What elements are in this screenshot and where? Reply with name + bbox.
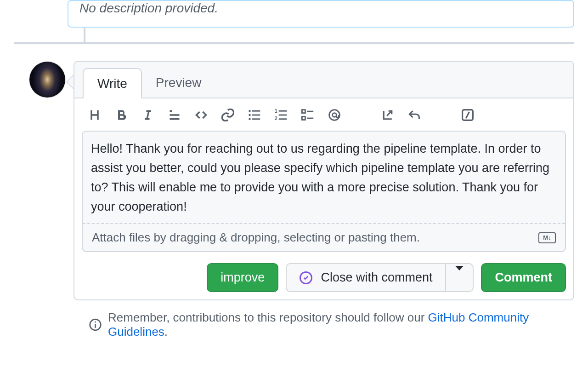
chevron-down-icon (455, 266, 464, 284)
timeline-connector (84, 28, 85, 42)
attach-hint: Attach files by dragging & dropping, sel… (92, 230, 420, 245)
svg-point-2 (249, 118, 251, 120)
comment-button[interactable]: Comment (481, 263, 566, 292)
svg-rect-5 (252, 118, 260, 120)
svg-point-0 (249, 110, 251, 112)
info-icon (89, 318, 102, 331)
svg-rect-12 (302, 117, 305, 120)
markdown-icon[interactable]: M↓ (538, 232, 556, 243)
svg-point-1 (249, 114, 251, 116)
cross-reference-icon[interactable] (381, 109, 394, 121)
quote-icon[interactable] (168, 109, 181, 121)
ordered-list-icon[interactable]: 12 (275, 109, 288, 121)
bold-icon[interactable] (115, 109, 128, 121)
footer-prefix: Remember, contributions to this reposito… (108, 310, 428, 324)
code-icon[interactable] (195, 109, 208, 121)
avatar[interactable] (29, 62, 65, 98)
unordered-list-icon[interactable] (248, 109, 261, 121)
svg-rect-8 (279, 110, 287, 112)
close-button-label: Close with comment (321, 270, 432, 285)
contribution-footer: Remember, contributions to this reposito… (89, 310, 574, 339)
heading-icon[interactable] (88, 109, 101, 121)
close-dropdown-button[interactable] (445, 263, 474, 292)
comment-box-caret (66, 75, 74, 89)
reply-icon[interactable] (408, 109, 421, 121)
svg-point-21 (95, 322, 96, 323)
close-button-group: Close with comment (286, 263, 474, 292)
editor-tabs: Write Preview (74, 62, 573, 98)
no-description-text: No description provided. (79, 1, 562, 16)
textarea-container: Attach files by dragging & dropping, sel… (82, 131, 566, 252)
improve-button[interactable]: improve (207, 263, 278, 292)
slash-commands-icon[interactable] (461, 109, 474, 121)
task-list-icon[interactable] (301, 109, 314, 121)
issue-closed-icon (300, 271, 312, 284)
tab-preview[interactable]: Preview (142, 68, 215, 98)
svg-rect-4 (252, 115, 260, 116)
link-icon[interactable] (221, 109, 234, 121)
timeline-divider (14, 42, 574, 44)
svg-point-15 (329, 110, 340, 121)
svg-text:2: 2 (275, 115, 277, 121)
svg-rect-9 (279, 115, 287, 116)
attach-row[interactable]: Attach files by dragging & dropping, sel… (83, 223, 565, 251)
svg-rect-10 (279, 118, 287, 120)
tab-write[interactable]: Write (83, 68, 142, 98)
svg-rect-3 (252, 110, 260, 112)
action-buttons: improve Close with comment Comment (74, 252, 573, 299)
svg-rect-11 (302, 110, 305, 113)
previous-comment-box: No description provided. (68, 0, 574, 28)
comment-textarea[interactable] (83, 132, 565, 222)
close-with-comment-button[interactable]: Close with comment (286, 263, 445, 292)
italic-icon[interactable] (141, 109, 154, 121)
mention-icon[interactable] (328, 109, 341, 121)
svg-line-18 (466, 112, 469, 118)
comment-composer: Write Preview (74, 61, 574, 300)
formatting-toolbar: 12 (74, 98, 573, 131)
svg-text:1: 1 (275, 109, 277, 114)
footer-suffix: . (164, 325, 168, 339)
